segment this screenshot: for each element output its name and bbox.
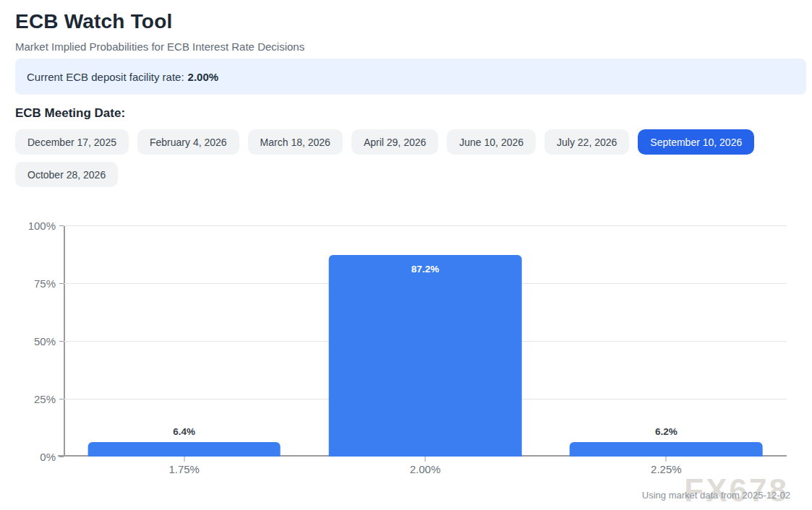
y-axis-label: 0% <box>40 451 56 463</box>
bar-1.75%[interactable] <box>87 442 281 457</box>
x-axis-tick <box>184 457 184 462</box>
x-axis-tick <box>425 457 426 462</box>
y-axis-tick <box>59 225 64 226</box>
x-axis-label: 2.00% <box>410 463 441 475</box>
current-rate-banner: Current ECB deposit facility rate: 2.00% <box>15 59 806 95</box>
y-axis-tick <box>59 283 64 284</box>
y-axis-tick <box>59 457 64 457</box>
chart-footer: FX678 Using market data from 2025-12-02 <box>15 488 790 510</box>
page: ECB Watch Tool Market Implied Probabilit… <box>0 0 812 510</box>
bar-value-label: 6.2% <box>655 426 678 437</box>
meeting-date-list: December 17, 2025February 4, 2026March 1… <box>15 129 767 187</box>
bar-2.25%[interactable] <box>570 442 763 457</box>
probability-chart: 0%25%50%75%100%6.4%1.75%87.2%2.00%6.2%2.… <box>15 225 798 480</box>
gridline <box>64 225 787 226</box>
y-axis-label: 75% <box>34 277 56 290</box>
meeting-date-button[interactable]: December 17, 2025 <box>15 129 129 155</box>
x-axis-label: 2.25% <box>651 463 682 475</box>
meeting-date-button[interactable]: June 10, 2026 <box>447 129 536 155</box>
bar-value-label: 87.2% <box>411 264 439 275</box>
meeting-date-button[interactable]: July 22, 2026 <box>544 129 629 155</box>
bar-value-label: 6.4% <box>173 426 195 437</box>
meeting-date-button[interactable]: March 18, 2026 <box>248 129 343 155</box>
y-axis-tick <box>59 341 64 342</box>
page-title: ECB Watch Tool <box>15 10 806 33</box>
meeting-date-button[interactable]: September 10, 2026 <box>638 129 754 155</box>
bar-2.00%[interactable] <box>329 255 522 457</box>
y-axis-tick <box>59 399 64 399</box>
page-subtitle: Market Implied Probabilities for ECB Int… <box>15 40 806 53</box>
y-axis-label: 100% <box>28 220 56 232</box>
current-rate-value: 2.00% <box>188 71 219 83</box>
meeting-date-button[interactable]: April 29, 2026 <box>351 129 438 155</box>
meeting-date-button[interactable]: February 4, 2026 <box>137 129 239 155</box>
y-axis-label: 25% <box>34 393 56 405</box>
y-axis-label: 50% <box>34 335 56 347</box>
market-data-note: Using market data from 2025-12-02 <box>642 490 790 501</box>
current-rate-label: Current ECB deposit facility rate: <box>27 71 184 83</box>
meeting-date-heading: ECB Meeting Date: <box>15 106 806 121</box>
plot-area: 0%25%50%75%100%6.4%1.75%87.2%2.00%6.2%2.… <box>64 225 787 457</box>
x-axis-label: 1.75% <box>168 463 200 475</box>
x-axis-tick <box>666 457 667 462</box>
meeting-date-button[interactable]: October 28, 2026 <box>15 162 118 187</box>
